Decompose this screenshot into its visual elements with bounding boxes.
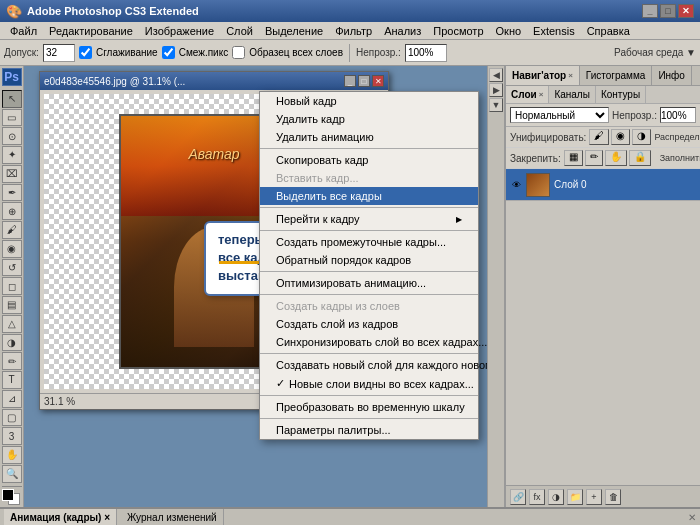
ctx-delete-frame[interactable]: Удалить кадр	[260, 110, 478, 128]
tab-navigator[interactable]: Навиг'атор ×	[506, 66, 580, 85]
zoom-level: 31.1 %	[44, 396, 75, 407]
all-layers-checkbox[interactable]	[232, 46, 245, 59]
mini-btn-2[interactable]: ▶	[489, 83, 503, 97]
doc-maximize[interactable]: □	[358, 75, 370, 87]
close-button[interactable]: ✕	[678, 4, 694, 18]
ctx-sync-layer[interactable]: Синхронизировать слой во всех кадрах...	[260, 333, 478, 351]
tool-shape[interactable]: ▢	[2, 409, 22, 427]
menu-image[interactable]: Изображение	[139, 24, 220, 38]
layer-eye-0[interactable]: 👁	[510, 179, 522, 191]
tool-marquee[interactable]: ▭	[2, 109, 22, 127]
link-layers-btn[interactable]: 🔗	[510, 489, 526, 505]
delete-layer-btn[interactable]: 🗑	[605, 489, 621, 505]
menu-filter[interactable]: Фильтр	[329, 24, 378, 38]
tool-eyedropper[interactable]: ✒	[2, 184, 22, 202]
tool-history-brush[interactable]: ↺	[2, 259, 22, 277]
tool-select[interactable]: ↖	[2, 90, 22, 108]
tool-eraser[interactable]: ◻	[2, 277, 22, 295]
document-title: e0d483e45546.jpg @ 31.1% (...	[44, 76, 185, 87]
ctx-layer-from-frames-label: Создать слой из кадров	[276, 318, 398, 330]
ctx-layer-from-frames[interactable]: Создать слой из кадров	[260, 315, 478, 333]
anim-tab-history[interactable]: Журнал изменений	[121, 509, 224, 525]
tab-paths[interactable]: Контуры	[596, 86, 646, 103]
ctx-optimize-anim[interactable]: Оптимизировать анимацию...	[260, 274, 478, 292]
maximize-button[interactable]: □	[660, 4, 676, 18]
blend-mode-select[interactable]: Нормальный Растворение Умножение	[510, 107, 609, 123]
tool-hand[interactable]: ✋	[2, 446, 22, 464]
new-group-btn[interactable]: 📁	[567, 489, 583, 505]
menu-window[interactable]: Окно	[490, 24, 528, 38]
tab-info[interactable]: Инфо	[652, 66, 692, 85]
tab-histogram[interactable]: Гистограмма	[580, 66, 653, 85]
animation-panel: Анимация (кадры) × Журнал изменений ✕ 1 …	[0, 507, 700, 525]
ctx-reverse-frames[interactable]: Обратный порядок кадров	[260, 251, 478, 269]
menu-layer[interactable]: Слой	[220, 24, 259, 38]
tolerance-input[interactable]	[43, 44, 75, 62]
menu-extensis[interactable]: Extensis	[527, 24, 581, 38]
ctx-convert-timeline[interactable]: Преобразовать во временную шкалу	[260, 398, 478, 416]
add-style-btn[interactable]: fx	[529, 489, 545, 505]
ctx-copy-frame[interactable]: Скопировать кадр	[260, 151, 478, 169]
doc-minimize[interactable]: _	[344, 75, 356, 87]
tool-pen[interactable]: ✏	[2, 352, 22, 370]
lock-btn-4[interactable]: 🔒	[629, 150, 651, 166]
tool-stamp[interactable]: ◉	[2, 240, 22, 258]
ctx-new-frame[interactable]: Новый кадр	[260, 92, 478, 110]
ctx-delete-anim[interactable]: Удалить анимацию	[260, 128, 478, 146]
new-layer-btn[interactable]: +	[586, 489, 602, 505]
ctx-new-layer-each[interactable]: Создавать новый слой для каждого нового …	[260, 356, 478, 374]
anim-tab-frames[interactable]: Анимация (кадры) ×	[4, 509, 117, 525]
lock-btn-1[interactable]: ▦	[564, 150, 583, 166]
ctx-select-all-frames[interactable]: Выделить все кадры	[260, 187, 478, 205]
menu-edit[interactable]: Редактирование	[43, 24, 139, 38]
ctx-separator-7	[260, 395, 478, 396]
mini-btn-3[interactable]: ▼	[489, 98, 503, 112]
tab-navigator-close[interactable]: ×	[568, 71, 573, 80]
tool-text[interactable]: T	[2, 371, 22, 389]
main-area: Ps ↖ ▭ ⊙ ✦ ⌧ ✒ ⊕ 🖌 ◉ ↺ ◻ ▤ △ ◑ ✏ T ⊿ ▢ 3…	[0, 66, 700, 507]
menu-file[interactable]: Файл	[4, 24, 43, 38]
ctx-goto-frame[interactable]: Перейти к кадру ▶	[260, 210, 478, 228]
ctx-new-layers-visible[interactable]: ✓ Новые слои видны во всех кадрах...	[260, 374, 478, 393]
tool-blur[interactable]: △	[2, 315, 22, 333]
add-mask-btn[interactable]: ◑	[548, 489, 564, 505]
foreground-background-colors[interactable]	[2, 489, 22, 505]
opacity-panel-input[interactable]	[660, 107, 696, 123]
lock-btn-3[interactable]: ✋	[605, 150, 627, 166]
toolbar-separator	[349, 44, 350, 62]
minimize-button[interactable]: _	[642, 4, 658, 18]
opacity-input[interactable]	[405, 44, 447, 62]
unify-btn-1[interactable]: 🖌	[589, 129, 609, 145]
layer-item-0[interactable]: 👁 Слой 0	[506, 169, 700, 201]
tab-layers[interactable]: Слои ×	[506, 86, 549, 103]
mini-btn-1[interactable]: ◀	[489, 68, 503, 82]
ctx-tween[interactable]: Создать промежуточные кадры...	[260, 233, 478, 251]
ctx-panel-options[interactable]: Параметры палитры...	[260, 421, 478, 439]
tool-lasso[interactable]: ⊙	[2, 127, 22, 145]
tab-layers-close[interactable]: ×	[539, 90, 544, 99]
tool-crop[interactable]: ⌧	[2, 165, 22, 183]
menu-view[interactable]: Просмотр	[427, 24, 489, 38]
unify-btn-2[interactable]: ◉	[611, 129, 630, 145]
tool-3d[interactable]: 3	[2, 427, 22, 445]
menu-select[interactable]: Выделение	[259, 24, 329, 38]
tab-channels[interactable]: Каналы	[549, 86, 596, 103]
ctx-separator-1	[260, 148, 478, 149]
workspace-label[interactable]: Рабочая среда ▼	[614, 47, 696, 58]
tool-brush[interactable]: 🖌	[2, 221, 22, 239]
lock-btn-2[interactable]: ✏	[585, 150, 603, 166]
smooth-checkbox[interactable]	[79, 46, 92, 59]
tool-dodge[interactable]: ◑	[2, 334, 22, 352]
anim-close-btn[interactable]: ✕	[688, 512, 696, 523]
tool-zoom[interactable]: 🔍	[2, 465, 22, 483]
tool-gradient[interactable]: ▤	[2, 296, 22, 314]
contiguous-checkbox[interactable]	[162, 46, 175, 59]
panel-bottom-controls: 🔗 fx ◑ 📁 + 🗑	[506, 485, 700, 507]
menu-analyze[interactable]: Анализ	[378, 24, 427, 38]
tool-path-select[interactable]: ⊿	[2, 390, 22, 408]
tool-magic-wand[interactable]: ✦	[2, 146, 22, 164]
tool-healing[interactable]: ⊕	[2, 202, 22, 220]
doc-close[interactable]: ✕	[372, 75, 384, 87]
menu-help[interactable]: Справка	[581, 24, 636, 38]
unify-btn-3[interactable]: ◑	[632, 129, 651, 145]
